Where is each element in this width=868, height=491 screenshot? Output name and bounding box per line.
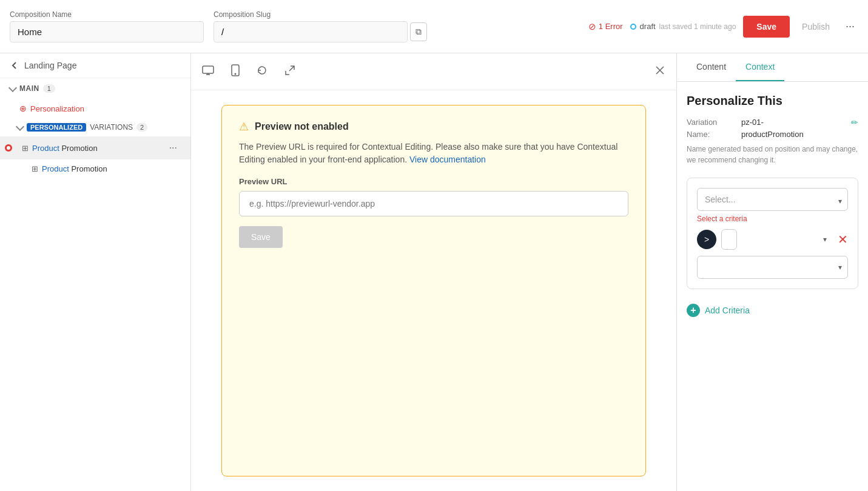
variations-count-badge: 2 [136, 123, 147, 132]
desktop-icon [202, 65, 214, 75]
top-bar: Composition Name Composition Slug ⧉ ⊘ 1 … [0, 0, 868, 53]
close-icon [654, 65, 665, 76]
main-layout: Landing Page MAIN 1 ⊕ Personalization PE… [0, 53, 868, 491]
slug-wrapper: ⧉ [214, 21, 427, 42]
main-section: MAIN 1 ⊕ Personalization PERSONALIZED VA… [0, 78, 190, 178]
svg-rect-0 [203, 66, 214, 73]
target-icon: ⊕ [19, 104, 27, 113]
draft-dot-icon [630, 24, 636, 30]
product-item-2[interactable]: ⊞ Product Promotion [0, 159, 190, 178]
product-item-1-text: Product Promotion [32, 144, 162, 153]
svg-point-2 [235, 73, 236, 75]
publish-button[interactable]: Publish [797, 16, 835, 38]
more-button[interactable]: ··· [842, 16, 858, 36]
remove-criteria-button[interactable]: ✕ [838, 232, 848, 247]
criteria-row: > ✕ [697, 229, 848, 250]
error-icon: ⊘ [588, 21, 596, 32]
variation-row: Variation pz-01- ✏ [687, 118, 858, 127]
product-item-1-more-button[interactable]: ··· [166, 141, 181, 155]
variations-chevron-icon [16, 122, 24, 130]
mobile-icon [231, 64, 240, 76]
add-criteria-icon: + [687, 304, 700, 317]
criteria-select-wrapper: Select... [697, 188, 848, 215]
criteria-symbol: > [697, 230, 716, 249]
back-icon [10, 61, 19, 70]
preview-url-label: Preview URL [239, 177, 628, 186]
active-indicator [5, 144, 12, 152]
save-button[interactable]: Save [743, 16, 790, 38]
product-item-1[interactable]: ⊞ Product Promotion ··· [0, 136, 190, 159]
close-button[interactable] [651, 61, 669, 82]
composition-name-input[interactable] [10, 21, 204, 42]
top-bar-right: ⊘ 1 Error draft last saved 1 minute ago … [588, 16, 858, 38]
composition-slug-group: Composition Slug ⧉ [214, 10, 427, 42]
last-saved-label: last saved 1 minute ago [659, 22, 736, 31]
variations-label: VARIATIONS [90, 123, 133, 132]
grid-icon-2: ⊞ [32, 164, 38, 173]
mobile-view-button[interactable] [227, 61, 243, 82]
chevron-down-icon [8, 83, 17, 92]
product-blue-text-2: Product [42, 164, 69, 173]
right-tabs: Content Context [677, 53, 868, 82]
criteria-operator-wrapper [721, 229, 833, 250]
landing-page-label: Landing Page [24, 61, 76, 70]
variations-section: PERSONALIZED VARIATIONS 2 ⊞ Product Prom… [0, 118, 190, 178]
criteria-operator-select[interactable] [721, 229, 737, 250]
active-dot [7, 146, 10, 150]
slug-input[interactable] [214, 21, 408, 42]
desktop-view-button[interactable] [198, 62, 218, 81]
personalized-badge: PERSONALIZED [27, 123, 86, 132]
personalize-title: Personalize This [687, 94, 858, 108]
expand-button[interactable] [281, 61, 299, 82]
add-criteria-label: Add Criteria [705, 306, 750, 315]
error-count: 1 Error [599, 22, 623, 31]
criteria-select[interactable]: Select... [697, 188, 848, 211]
preview-url-input[interactable] [239, 191, 628, 216]
expand-icon [284, 65, 295, 76]
product-rest-text-2: Promotion [71, 164, 107, 173]
refresh-icon [257, 65, 267, 76]
right-panel: Content Context Personalize This Variati… [677, 53, 868, 491]
second-criteria-select[interactable] [697, 256, 848, 279]
second-select-wrapper [697, 256, 848, 279]
center-panel: ⚠ Preview not enabled The Preview URL is… [191, 53, 677, 491]
warning-body: The Preview URL is required for Contextu… [239, 141, 628, 166]
grid-icon-1: ⊞ [22, 144, 29, 153]
top-bar-left: Composition Name Composition Slug ⧉ [10, 10, 579, 42]
personalization-item[interactable]: ⊕ Personalization [0, 99, 190, 118]
main-label: MAIN [19, 84, 39, 93]
variation-value: pz-01- [741, 118, 851, 127]
composition-name-label: Composition Name [10, 10, 204, 19]
view-documentation-link[interactable]: View documentation [409, 155, 486, 164]
warning-header: ⚠ Preview not enabled [239, 120, 628, 133]
draft-status: draft last saved 1 minute ago [630, 22, 736, 31]
slug-copy-button[interactable]: ⧉ [410, 22, 427, 41]
refresh-button[interactable] [253, 61, 271, 82]
sidebar-back-button[interactable]: Landing Page [0, 53, 190, 78]
edit-icon[interactable]: ✏ [851, 118, 858, 127]
add-criteria-button[interactable]: + Add Criteria [687, 299, 750, 322]
tab-context[interactable]: Context [736, 53, 784, 81]
main-section-header[interactable]: MAIN 1 [0, 78, 190, 99]
name-row: Name: productPromotion [687, 130, 858, 139]
product-blue-text-1: Product [32, 144, 59, 153]
preview-warning-box: ⚠ Preview not enabled The Preview URL is… [221, 105, 646, 476]
name-label: Name: [687, 130, 741, 139]
save-url-button[interactable]: Save [239, 226, 283, 248]
variations-header[interactable]: PERSONALIZED VARIATIONS 2 [0, 118, 190, 136]
main-count-badge: 1 [43, 84, 55, 93]
tab-content[interactable]: Content [687, 53, 736, 81]
error-badge: ⊘ 1 Error [588, 21, 623, 32]
select-criteria-error: Select a criteria [697, 215, 848, 223]
criteria-box: Select... Select a criteria > ✕ [687, 178, 858, 289]
right-content: Personalize This Variation pz-01- ✏ Name… [677, 82, 868, 491]
warning-icon: ⚠ [239, 120, 249, 133]
meta-description: Name generated based on position and may… [687, 144, 858, 165]
toolbar [191, 53, 676, 90]
warning-title: Preview not enabled [255, 121, 349, 132]
composition-slug-label: Composition Slug [214, 10, 427, 19]
product-rest-text-1: Promotion [61, 144, 97, 153]
preview-area: ⚠ Preview not enabled The Preview URL is… [191, 90, 676, 491]
sidebar: Landing Page MAIN 1 ⊕ Personalization PE… [0, 53, 191, 491]
variation-label: Variation [687, 118, 741, 127]
